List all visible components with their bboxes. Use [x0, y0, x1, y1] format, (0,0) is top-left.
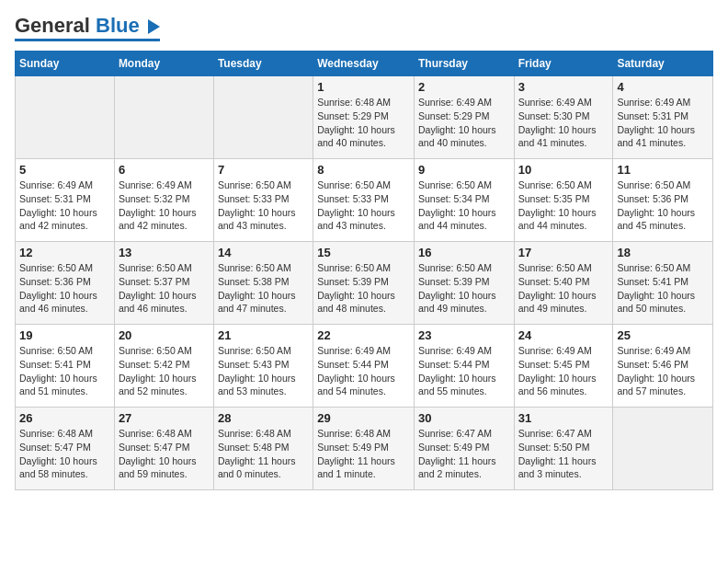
calendar-cell: 26Sunrise: 6:48 AM Sunset: 5:47 PM Dayli… [16, 408, 115, 490]
calendar-cell: 17Sunrise: 6:50 AM Sunset: 5:40 PM Dayli… [514, 242, 613, 325]
column-header-tuesday: Tuesday [213, 52, 313, 76]
calendar-table: SundayMondayTuesdayWednesdayThursdayFrid… [15, 51, 713, 490]
day-number: 31 [518, 411, 609, 425]
calendar-week-2: 5Sunrise: 6:49 AM Sunset: 5:31 PM Daylig… [16, 159, 713, 242]
day-number: 20 [119, 328, 210, 342]
calendar-cell: 24Sunrise: 6:49 AM Sunset: 5:45 PM Dayli… [514, 325, 613, 408]
column-header-thursday: Thursday [414, 52, 514, 76]
calendar-cell: 19Sunrise: 6:50 AM Sunset: 5:41 PM Dayli… [16, 325, 115, 408]
day-info: Sunrise: 6:49 AM Sunset: 5:46 PM Dayligh… [617, 344, 709, 398]
day-number: 7 [218, 163, 309, 177]
day-info: Sunrise: 6:49 AM Sunset: 5:44 PM Dayligh… [317, 344, 410, 398]
logo-underline [15, 39, 160, 41]
day-info: Sunrise: 6:50 AM Sunset: 5:41 PM Dayligh… [19, 344, 110, 398]
calendar-cell: 23Sunrise: 6:49 AM Sunset: 5:44 PM Dayli… [414, 325, 514, 408]
calendar-cell: 29Sunrise: 6:48 AM Sunset: 5:49 PM Dayli… [313, 408, 415, 490]
calendar-week-1: 1Sunrise: 6:48 AM Sunset: 5:29 PM Daylig… [16, 76, 713, 159]
day-info: Sunrise: 6:49 AM Sunset: 5:30 PM Dayligh… [518, 96, 609, 150]
day-info: Sunrise: 6:47 AM Sunset: 5:49 PM Dayligh… [418, 427, 510, 481]
day-info: Sunrise: 6:50 AM Sunset: 5:39 PM Dayligh… [317, 261, 410, 316]
day-info: Sunrise: 6:49 AM Sunset: 5:44 PM Dayligh… [418, 344, 510, 398]
day-number: 10 [518, 163, 609, 177]
day-number: 2 [418, 80, 510, 94]
day-number: 5 [19, 163, 110, 177]
calendar-cell [114, 76, 213, 159]
day-number: 13 [119, 246, 210, 259]
day-info: Sunrise: 6:50 AM Sunset: 5:42 PM Dayligh… [119, 344, 210, 398]
day-info: Sunrise: 6:50 AM Sunset: 5:35 PM Dayligh… [518, 178, 609, 233]
calendar-cell: 21Sunrise: 6:50 AM Sunset: 5:43 PM Dayli… [213, 325, 313, 408]
day-number: 23 [418, 328, 510, 342]
calendar-cell: 18Sunrise: 6:50 AM Sunset: 5:41 PM Dayli… [613, 242, 713, 325]
calendar-cell: 8Sunrise: 6:50 AM Sunset: 5:33 PM Daylig… [313, 159, 415, 242]
page-header: General Blue [15, 15, 713, 41]
day-number: 24 [518, 328, 609, 342]
calendar-cell: 11Sunrise: 6:50 AM Sunset: 5:36 PM Dayli… [613, 159, 713, 242]
calendar-week-5: 26Sunrise: 6:48 AM Sunset: 5:47 PM Dayli… [16, 408, 713, 490]
day-number: 9 [418, 163, 510, 177]
day-info: Sunrise: 6:50 AM Sunset: 5:39 PM Dayligh… [418, 261, 510, 316]
day-info: Sunrise: 6:49 AM Sunset: 5:31 PM Dayligh… [19, 178, 110, 233]
calendar-cell: 5Sunrise: 6:49 AM Sunset: 5:31 PM Daylig… [16, 159, 115, 242]
day-info: Sunrise: 6:49 AM Sunset: 5:31 PM Dayligh… [617, 96, 709, 150]
day-info: Sunrise: 6:50 AM Sunset: 5:34 PM Dayligh… [418, 178, 510, 233]
day-number: 3 [518, 80, 609, 94]
day-number: 14 [218, 246, 309, 259]
calendar-cell: 7Sunrise: 6:50 AM Sunset: 5:33 PM Daylig… [213, 159, 313, 242]
logo-blue: Blue [96, 14, 140, 37]
calendar-cell: 6Sunrise: 6:49 AM Sunset: 5:32 PM Daylig… [114, 159, 213, 242]
day-number: 19 [19, 328, 110, 342]
calendar-cell: 20Sunrise: 6:50 AM Sunset: 5:42 PM Dayli… [114, 325, 213, 408]
calendar-cell: 3Sunrise: 6:49 AM Sunset: 5:30 PM Daylig… [514, 76, 613, 159]
day-info: Sunrise: 6:48 AM Sunset: 5:47 PM Dayligh… [119, 427, 210, 481]
day-number: 1 [317, 80, 410, 94]
day-info: Sunrise: 6:49 AM Sunset: 5:29 PM Dayligh… [418, 96, 510, 150]
day-number: 15 [317, 246, 410, 259]
calendar-cell: 31Sunrise: 6:47 AM Sunset: 5:50 PM Dayli… [514, 408, 613, 490]
day-info: Sunrise: 6:48 AM Sunset: 5:29 PM Dayligh… [317, 96, 410, 150]
day-number: 25 [617, 328, 709, 342]
calendar-cell: 4Sunrise: 6:49 AM Sunset: 5:31 PM Daylig… [613, 76, 713, 159]
day-info: Sunrise: 6:48 AM Sunset: 5:47 PM Dayligh… [19, 427, 110, 481]
calendar-cell: 22Sunrise: 6:49 AM Sunset: 5:44 PM Dayli… [313, 325, 415, 408]
calendar-cell: 13Sunrise: 6:50 AM Sunset: 5:37 PM Dayli… [114, 242, 213, 325]
day-number: 29 [317, 411, 410, 425]
day-number: 12 [19, 246, 110, 259]
calendar-header-row: SundayMondayTuesdayWednesdayThursdayFrid… [16, 52, 713, 76]
calendar-cell [16, 76, 115, 159]
day-info: Sunrise: 6:50 AM Sunset: 5:40 PM Dayligh… [518, 261, 609, 316]
calendar-week-4: 19Sunrise: 6:50 AM Sunset: 5:41 PM Dayli… [16, 325, 713, 408]
calendar-cell: 30Sunrise: 6:47 AM Sunset: 5:49 PM Dayli… [414, 408, 514, 490]
column-header-wednesday: Wednesday [313, 52, 415, 76]
calendar-cell [613, 408, 713, 490]
day-number: 17 [518, 246, 609, 259]
day-number: 16 [418, 246, 510, 259]
day-number: 6 [119, 163, 210, 177]
day-info: Sunrise: 6:50 AM Sunset: 5:37 PM Dayligh… [119, 261, 210, 316]
calendar-cell: 9Sunrise: 6:50 AM Sunset: 5:34 PM Daylig… [414, 159, 514, 242]
day-info: Sunrise: 6:48 AM Sunset: 5:49 PM Dayligh… [317, 427, 410, 481]
calendar-cell: 28Sunrise: 6:48 AM Sunset: 5:48 PM Dayli… [213, 408, 313, 490]
logo-general: General [15, 14, 90, 37]
day-info: Sunrise: 6:49 AM Sunset: 5:32 PM Dayligh… [119, 178, 210, 233]
day-number: 30 [418, 411, 510, 425]
day-number: 21 [218, 328, 309, 342]
day-info: Sunrise: 6:50 AM Sunset: 5:36 PM Dayligh… [19, 261, 110, 316]
day-info: Sunrise: 6:50 AM Sunset: 5:33 PM Dayligh… [317, 178, 410, 233]
day-number: 27 [119, 411, 210, 425]
calendar-cell: 25Sunrise: 6:49 AM Sunset: 5:46 PM Dayli… [613, 325, 713, 408]
column-header-monday: Monday [114, 52, 213, 76]
column-header-saturday: Saturday [613, 52, 713, 76]
day-info: Sunrise: 6:49 AM Sunset: 5:45 PM Dayligh… [518, 344, 609, 398]
day-info: Sunrise: 6:50 AM Sunset: 5:43 PM Dayligh… [218, 344, 309, 398]
day-number: 11 [617, 163, 709, 177]
calendar-cell: 2Sunrise: 6:49 AM Sunset: 5:29 PM Daylig… [414, 76, 514, 159]
day-number: 18 [617, 246, 709, 259]
calendar-cell [213, 76, 313, 159]
day-info: Sunrise: 6:48 AM Sunset: 5:48 PM Dayligh… [218, 427, 309, 481]
day-info: Sunrise: 6:47 AM Sunset: 5:50 PM Dayligh… [518, 427, 609, 481]
calendar-cell: 27Sunrise: 6:48 AM Sunset: 5:47 PM Dayli… [114, 408, 213, 490]
calendar-cell: 16Sunrise: 6:50 AM Sunset: 5:39 PM Dayli… [414, 242, 514, 325]
column-header-friday: Friday [514, 52, 613, 76]
day-number: 4 [617, 80, 709, 94]
